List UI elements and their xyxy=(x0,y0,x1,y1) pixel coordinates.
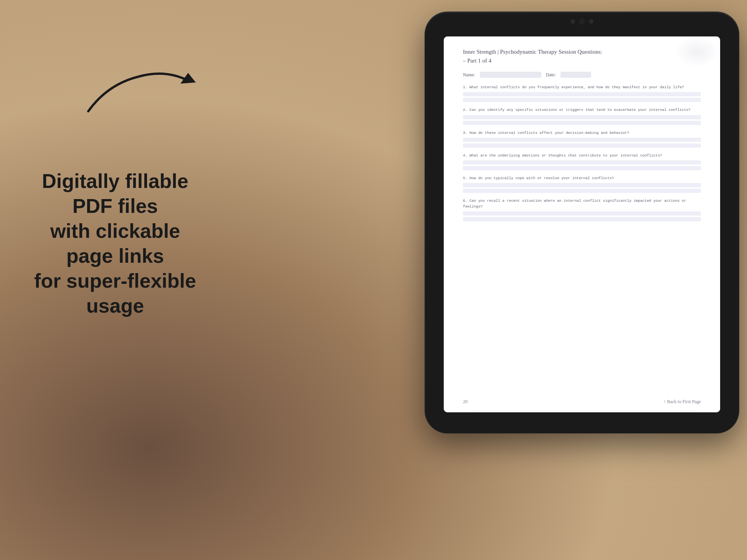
pdf-answer-line[interactable] xyxy=(463,143,701,148)
pdf-answer-line[interactable] xyxy=(463,160,701,165)
arrow-icon xyxy=(77,61,200,123)
pdf-name-date-row: Name: Date: xyxy=(463,72,701,78)
tablet-device: Inner Strength | Psychodynamic Therapy S… xyxy=(425,12,739,433)
tablet-camera-bar xyxy=(570,18,593,25)
pdf-question-3: 3. How do these internal conflicts affec… xyxy=(463,130,701,148)
tablet-body: Inner Strength | Psychodynamic Therapy S… xyxy=(425,12,739,433)
pdf-answer-lines-4[interactable] xyxy=(463,160,701,170)
pdf-answer-line[interactable] xyxy=(463,98,701,102)
pdf-answer-line[interactable] xyxy=(463,183,701,187)
pdf-answer-lines-5[interactable] xyxy=(463,183,701,193)
arrow-container xyxy=(77,61,200,123)
pdf-answer-line[interactable] xyxy=(463,217,701,221)
pdf-date-label: Date: xyxy=(546,72,556,78)
pdf-decoration-bottom xyxy=(444,393,720,412)
pdf-answer-line[interactable] xyxy=(463,92,701,96)
pdf-question-2: 2. Can you identify any specific situati… xyxy=(463,107,701,125)
pdf-answer-line[interactable] xyxy=(463,138,701,142)
pdf-name-label: Name: xyxy=(463,72,475,78)
pdf-answer-lines-3[interactable] xyxy=(463,138,701,148)
camera-dot-right xyxy=(589,19,593,24)
pdf-answer-lines-2[interactable] xyxy=(463,115,701,125)
pdf-title-line2: – Part 1 of 4 xyxy=(463,58,701,64)
promo-text: Digitally fillable PDF files with clicka… xyxy=(31,169,200,318)
pdf-answer-line[interactable] xyxy=(463,166,701,170)
pdf-question-4: 4. What are the underlying emotions or t… xyxy=(463,153,701,170)
pdf-deco-line xyxy=(471,410,692,411)
pdf-title-line1: Inner Strength | Psychodynamic Therapy S… xyxy=(463,48,701,56)
pdf-question-6: 6. Can you recall a recent situation whe… xyxy=(463,198,701,221)
pdf-answer-line[interactable] xyxy=(463,211,701,216)
camera-dot-left xyxy=(570,19,575,24)
pdf-answer-line[interactable] xyxy=(463,121,701,125)
pdf-page: Inner Strength | Psychodynamic Therapy S… xyxy=(444,36,720,412)
pdf-decoration-top xyxy=(674,36,720,67)
pdf-answer-lines-1[interactable] xyxy=(463,92,701,102)
tablet-screen: Inner Strength | Psychodynamic Therapy S… xyxy=(444,36,720,412)
pdf-question-1: 1. What internal conflicts do you freque… xyxy=(463,85,701,102)
pdf-question-5: 5. How do you typically cope with or res… xyxy=(463,176,701,193)
pdf-answer-line[interactable] xyxy=(463,115,701,119)
pdf-answer-lines-6[interactable] xyxy=(463,211,701,221)
pdf-name-input[interactable] xyxy=(480,72,541,78)
left-panel: Digitally fillable PDF files with clicka… xyxy=(0,0,215,560)
camera-dot-center xyxy=(579,18,585,25)
pdf-answer-line[interactable] xyxy=(463,189,701,193)
pdf-date-input[interactable] xyxy=(560,72,591,78)
